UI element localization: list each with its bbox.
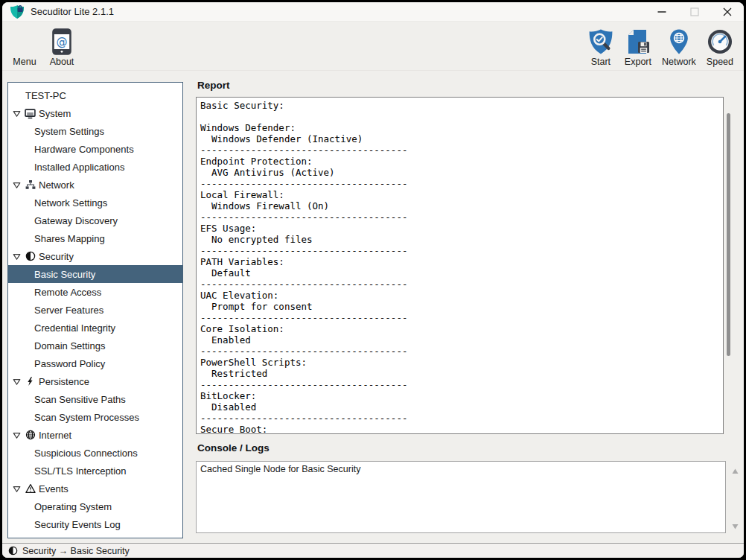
speedometer-icon [707,28,733,56]
tree-item-server-features[interactable]: Server Features [8,301,182,319]
start-scan-button[interactable]: Start [584,26,617,69]
tree-item-label: Internet [39,430,71,441]
maximize-button[interactable] [678,2,711,21]
tree-item-label: Security [39,251,74,262]
tree-item-label: Suspicious Connections [34,448,138,459]
tree-item-suspicious-connections[interactable]: Suspicious Connections [8,444,182,462]
tree-item-password-policy[interactable]: Password Policy [8,354,182,372]
menu-button[interactable]: Menu [8,26,41,69]
tree-item-label: Gateway Discovery [34,215,118,226]
tree-item-label: Remote Access [34,287,101,298]
tree-item-security-events-log[interactable]: Security Events Log [8,515,182,533]
tree-group-persistence[interactable]: Persistence [8,372,182,390]
half-circle-icon [25,251,36,262]
tree-item-ssl-tls-interception[interactable]: SSL/TLS Interception [8,462,182,480]
tree-item-scan-system-processes[interactable]: Scan System Processes [8,408,182,426]
tree-item-network-settings[interactable]: Network Settings [8,194,182,211]
start-label: Start [591,57,610,67]
speed-button[interactable]: Speed [704,26,736,69]
tree-item-remote-access[interactable]: Remote Access [8,283,182,301]
window-title: Secuditor Lite 2.1.1 [31,6,114,17]
speed-label: Speed [707,57,733,67]
export-label: Export [625,57,651,67]
tree-item-scan-sensitive-paths[interactable]: Scan Sensitive Paths [8,390,182,408]
title-bar: Secuditor Lite 2.1.1 [2,2,744,22]
menu-label: Menu [13,57,36,67]
tree-group-security[interactable]: Security [8,247,182,265]
svg-text:@: @ [57,35,68,48]
report-text: Basic Security: Windows Defender: Window… [197,98,723,434]
main-area: TEST-PCSystemSystem SettingsHardware Com… [2,71,744,543]
app-window: Secuditor Lite 2.1.1 Menu [2,2,744,558]
warning-icon [25,483,36,494]
tree-item-installed-applications[interactable]: Installed Applications [8,158,182,176]
tree-root-test-pc[interactable]: TEST-PC [8,86,182,104]
network-button[interactable]: Network [659,26,699,69]
computer-icon [25,108,36,119]
tree-item-label: Events [39,483,68,494]
tree-item-credential-integrity[interactable]: Credential Integrity [8,319,182,337]
tree-item-label: Hardware Components [34,144,134,155]
toolbar: Menu @ About [2,22,744,71]
tree-item-label: SSL/TLS Interception [34,465,127,477]
tree-item-system-settings[interactable]: System Settings [8,122,182,140]
network-label: Network [662,57,696,67]
tree-item-label: Persistence [39,376,89,387]
tree-item-label: Credential Integrity [34,322,115,334]
tree-item-basic-security[interactable]: Basic Security [8,265,182,283]
shield-magnifier-icon [587,28,614,56]
tree-item-gateway-discovery[interactable]: Gateway Discovery [8,211,182,229]
tree-item-label: System Settings [34,126,104,137]
report-scrollbar-thumb[interactable] [727,113,730,356]
tree-group-system[interactable]: System [8,104,182,122]
tree-item-domain-settings[interactable]: Domain Settings [8,337,182,354]
expander-icon[interactable] [11,483,22,494]
tree-item-label: System [39,108,71,119]
expander-icon[interactable] [11,108,22,118]
console-log-box[interactable]: Cached Single Node for Basic Security [196,461,726,533]
sidebar-tree: TEST-PCSystemSystem SettingsHardware Com… [7,82,183,538]
report-title: Report [197,80,230,91]
tree-item-label: TEST-PC [25,90,66,101]
tree-item-label: Installed Applications [34,162,124,173]
window-controls [645,2,744,21]
tree-item-shares-mapping[interactable]: Shares Mapping [8,229,182,247]
scroll-up-icon[interactable] [730,467,740,476]
half-circle-icon [8,546,18,556]
document-save-icon [625,28,651,56]
close-button[interactable] [711,2,744,21]
export-button[interactable]: Export [622,26,654,69]
tree-item-label: Network Settings [34,197,107,209]
lightning-icon [25,376,36,387]
report-box[interactable]: Basic Security: Windows Defender: Window… [196,97,724,434]
hamburger-icon [12,28,37,56]
tree-item-operating-system[interactable]: Operating System [8,497,182,515]
globe-icon [25,430,36,441]
tree-group-internet[interactable]: Internet [8,426,182,444]
tree-item-label: Shares Mapping [34,233,105,244]
console-title: Console / Logs [197,442,270,454]
status-bar: Security → Basic Security [2,543,744,558]
tree-item-label: Basic Security [34,269,95,280]
scroll-down-icon[interactable] [730,522,740,531]
expander-icon[interactable] [11,376,22,386]
about-button[interactable]: @ About [45,26,78,69]
expander-icon[interactable] [11,430,22,440]
tree-item-hardware-components[interactable]: Hardware Components [8,140,182,158]
tree-item-label: Domain Settings [34,340,105,351]
app-shield-icon [10,4,25,19]
expander-icon[interactable] [11,179,22,190]
tree-item-label: Security Events Log [34,519,121,530]
expander-icon[interactable] [11,251,22,261]
tree-item-label: Scan Sensitive Paths [34,394,126,405]
tree-group-network[interactable]: Network [8,176,182,194]
tree-item-label: Network [39,179,74,191]
tree-item-label: Password Policy [34,358,105,369]
about-label: About [50,57,74,67]
tree-group-events[interactable]: Events [8,480,182,497]
phone-at-icon: @ [52,28,71,56]
tree-item-label: Scan System Processes [34,412,139,423]
tree-item-label: Server Features [34,305,103,316]
tree-item-label: Operating System [34,501,112,512]
minimize-button[interactable] [645,2,678,21]
